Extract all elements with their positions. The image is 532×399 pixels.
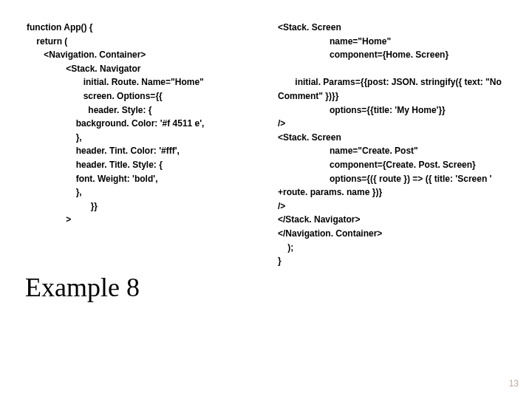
code-column-left: function App() { return ( <Navigation. C… xyxy=(27,21,204,227)
slide: function App() { return ( <Navigation. C… xyxy=(0,0,532,399)
code-column-right: <Stack. Screen name="Home" component={Ho… xyxy=(278,21,514,268)
page-number: 13 xyxy=(509,378,519,389)
slide-heading: Example 8 xyxy=(25,272,140,303)
